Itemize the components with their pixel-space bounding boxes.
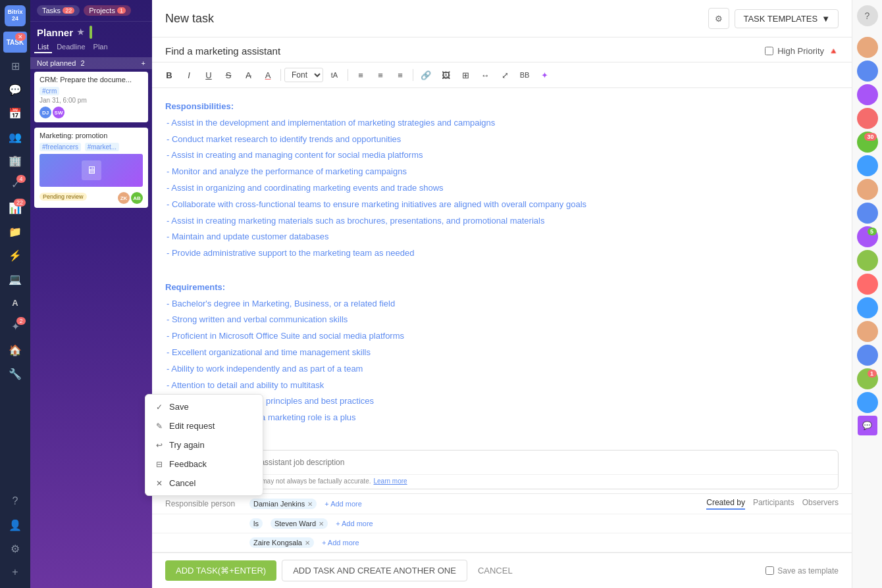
sidebar-item-contacts[interactable]: 👥 [3, 126, 27, 147]
task-card-2[interactable]: Marketing: promotion #freelancers #marke… [34, 128, 148, 208]
sidebar-item-websites[interactable]: 💻 [3, 268, 27, 289]
right-avatar-5[interactable]: 30 [857, 132, 878, 153]
toolbar-bold[interactable]: B [160, 66, 178, 84]
right-avatar-15[interactable]: 1 [857, 368, 878, 389]
app-logo[interactable]: Bitrix24 [5, 5, 26, 26]
sidebar-item-reports[interactable]: 📊 22 [3, 197, 27, 218]
cancel-footer-button[interactable]: CANCEL [473, 560, 518, 581]
observer-tag-1[interactable]: Zaire Kongsala ✕ [249, 537, 314, 548]
sidebar-item-marketplace[interactable]: ✦ 2 [3, 316, 27, 337]
right-avatar-4[interactable] [857, 108, 878, 129]
right-avatar-12[interactable] [857, 297, 878, 318]
task-card-1[interactable]: CRM: Prepare the docume... #crm Jan 31, … [34, 72, 148, 122]
task-title-input[interactable] [165, 45, 765, 57]
planner-tab-deadline[interactable]: Deadline [53, 41, 88, 53]
sidebar-item-settings[interactable]: 🔧 [3, 363, 27, 384]
toolbar-strikethrough[interactable]: S [219, 66, 238, 84]
tasks-tab[interactable]: Tasks 22 [37, 5, 80, 16]
menu-feedback[interactable]: ⊟ Feedback [152, 454, 263, 474]
participant-tabs: Created by Participants Observers [706, 498, 839, 510]
sidebar-item-chat[interactable]: 💬 [3, 79, 27, 100]
add-task-icon[interactable]: + [142, 59, 145, 67]
high-priority-checkbox[interactable] [765, 47, 773, 55]
sidebar-item-drive[interactable]: 📁 [3, 221, 27, 242]
right-avatar-2[interactable] [857, 61, 878, 82]
remove-participant-icon[interactable]: ✕ [319, 520, 324, 527]
sidebar-item-automation[interactable]: ⚡ [3, 245, 27, 266]
observers-add-more[interactable]: + Add more [322, 539, 359, 547]
sidebar-item-add[interactable]: + [3, 562, 27, 583]
toolbar-code[interactable]: ↔ [476, 66, 494, 84]
toolbar-format[interactable]: A̶ [239, 66, 257, 84]
toolbar-align[interactable]: ≡ [391, 66, 409, 84]
sidebar-item-help[interactable]: ? [3, 491, 27, 512]
toolbar-underline[interactable]: U [199, 66, 218, 84]
right-avatar-3[interactable] [857, 84, 878, 105]
menu-edit-request[interactable]: ✎ Edit request [152, 416, 263, 435]
responsible-person-tag[interactable]: Damian Jenkins ✕ [249, 499, 317, 509]
right-avatar-7[interactable] [857, 179, 878, 200]
right-sidebar: ? 30 5 1 💬 [852, 0, 882, 588]
toolbar-color[interactable]: A [259, 66, 277, 84]
sidebar-item-user[interactable]: 👤 [3, 514, 27, 535]
save-template-checkbox[interactable] [765, 566, 774, 575]
right-avatar-13[interactable] [857, 321, 878, 342]
planner-tab-plan[interactable]: Plan [90, 41, 111, 53]
right-avatar-16[interactable] [857, 392, 878, 413]
toolbar-image[interactable]: 🖼 [436, 66, 455, 84]
gear-button[interactable]: ⚙ [708, 8, 729, 29]
toolbar-unordered-list[interactable]: ≡ [371, 66, 390, 84]
templates-button[interactable]: TASK TEMPLATES ▼ [735, 9, 839, 28]
sidebar-item-calendar[interactable]: 📅 [3, 103, 27, 124]
right-live-chat-icon[interactable]: 💬 [858, 416, 877, 435]
toolbar-bb[interactable]: BB [515, 66, 534, 84]
menu-cancel[interactable]: ✕ Cancel [152, 474, 263, 493]
participant-tag-1[interactable]: ls [249, 518, 263, 529]
toolbar-star[interactable]: ✦ [535, 66, 554, 84]
remove-responsible-icon[interactable]: ✕ [307, 501, 313, 508]
projects-tab[interactable]: Projects 1 [84, 5, 131, 16]
resp-6: - Collaborate with cross-functional team… [165, 198, 839, 212]
sidebar-item-home[interactable]: ⊞ [3, 55, 27, 76]
responsible-add-more[interactable]: + Add more [324, 500, 362, 508]
avatar-zk: ZK [118, 192, 130, 204]
toolbar-ordered-list[interactable]: ≡ [351, 66, 370, 84]
tab-observers[interactable]: Observers [802, 498, 839, 510]
font-selector[interactable]: Font [284, 68, 323, 82]
sidebar-item-analytics[interactable]: A [3, 292, 27, 313]
menu-save[interactable]: ✓ Save [152, 397, 263, 416]
learn-more-link[interactable]: Learn more [373, 478, 407, 485]
toolbar-table[interactable]: ⊞ [456, 66, 475, 84]
tab-participants[interactable]: Participants [753, 498, 794, 510]
sidebar-item-config[interactable]: ⚙ [3, 538, 27, 559]
right-avatar-1[interactable] [857, 37, 878, 58]
sidebar-item-tasks[interactable]: ✓ 4 [3, 174, 27, 195]
sidebar-item-crm-main[interactable]: 🏢 [3, 150, 27, 171]
right-avatar-11[interactable] [857, 274, 878, 295]
req-4: - Excellent organizational and time mana… [165, 346, 839, 360]
add-another-button[interactable]: ADD TASK AND CREATE ANOTHER ONE [282, 560, 467, 581]
add-task-button[interactable]: ADD TASK(⌘+ENTER) [165, 560, 276, 581]
toolbar-fontsize[interactable]: tA [324, 66, 344, 84]
bottom-fields: Responsible person Damian Jenkins ✕ + Ad… [152, 493, 852, 552]
right-avatar-8[interactable] [857, 203, 878, 224]
planner-tab-list[interactable]: List [34, 41, 52, 53]
toolbar-expand[interactable]: ⤢ [496, 66, 514, 84]
right-avatar-10[interactable] [857, 250, 878, 271]
menu-try-again[interactable]: ↩ Try again [152, 435, 263, 454]
sidebar-item-crm-icon[interactable]: 🏠 [3, 339, 27, 360]
copilot-input[interactable] [191, 458, 831, 467]
editor-content[interactable]: Responsibilities: - Assist in the develo… [152, 88, 852, 445]
participant-tag-2[interactable]: Steven Ward ✕ [271, 518, 328, 529]
help-icon[interactable]: ? [857, 5, 878, 26]
right-avatar-14[interactable] [857, 345, 878, 366]
right-avatar-6[interactable] [857, 155, 878, 176]
right-avatar-9[interactable]: 5 [857, 226, 878, 247]
sidebar-narrow: Bitrix24 TASK ✕ ⊞ 💬 📅 👥 🏢 ✓ 4 📊 22 📁 ⚡ 💻… [0, 0, 30, 588]
toolbar-italic[interactable]: I [180, 66, 198, 84]
tab-created-by[interactable]: Created by [706, 498, 745, 510]
participants-add-more[interactable]: + Add more [336, 520, 373, 527]
toolbar-link[interactable]: 🔗 [417, 66, 435, 84]
sidebar-item-task[interactable]: TASK ✕ [3, 32, 27, 53]
remove-observer-icon[interactable]: ✕ [305, 539, 310, 547]
